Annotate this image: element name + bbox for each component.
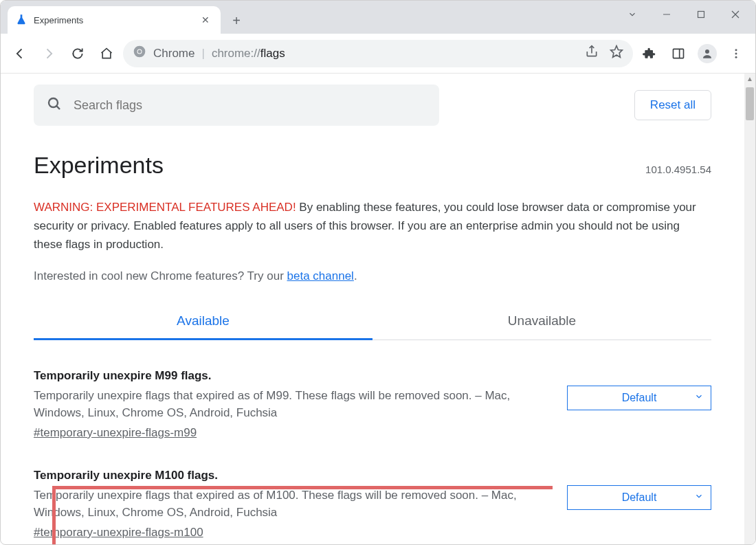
- reload-button[interactable]: [65, 41, 90, 66]
- flag-anchor-link[interactable]: #temporary-unexpire-flags-m99: [34, 426, 197, 439]
- browser-tab[interactable]: Experiments ✕: [8, 6, 221, 34]
- svg-point-6: [138, 50, 142, 54]
- menu-button[interactable]: [724, 41, 748, 66]
- omnibox-label: Chrome: [153, 47, 194, 60]
- home-button[interactable]: [94, 41, 119, 66]
- share-icon[interactable]: [585, 45, 599, 62]
- page-title: Experiments: [34, 152, 164, 179]
- flag-description: Temporarily unexpire flags that expired …: [34, 487, 556, 522]
- flag-dropdown-value: Default: [622, 392, 657, 404]
- svg-point-11: [705, 49, 709, 54]
- annotation-line-horizontal: [52, 486, 553, 489]
- side-panel-icon[interactable]: [666, 41, 691, 66]
- beta-channel-link[interactable]: beta channel: [287, 269, 354, 282]
- profile-button[interactable]: [695, 41, 720, 66]
- maximize-button[interactable]: [685, 4, 717, 25]
- minimize-button[interactable]: [651, 4, 682, 25]
- back-button[interactable]: [8, 41, 32, 66]
- search-box[interactable]: [34, 85, 439, 126]
- svg-marker-8: [611, 46, 623, 58]
- tab-available[interactable]: Available: [34, 304, 373, 340]
- scroll-thumb[interactable]: [746, 87, 754, 120]
- flag-anchor-link[interactable]: #temporary-unexpire-flags-m100: [34, 526, 203, 539]
- flask-icon: [16, 14, 27, 27]
- svg-rect-1: [698, 12, 704, 18]
- flag-dropdown[interactable]: Default: [567, 485, 711, 510]
- beta-prompt-text: Interested in cool new Chrome features? …: [34, 269, 287, 282]
- svg-line-16: [56, 106, 60, 109]
- omnibox[interactable]: Chrome | chrome://flags: [123, 40, 633, 67]
- svg-point-14: [735, 56, 737, 58]
- omnibox-separator: |: [201, 47, 204, 60]
- scroll-up-icon[interactable]: ▲: [744, 75, 755, 82]
- flag-title: Temporarily unexpire M100 flags.: [34, 469, 556, 482]
- svg-point-12: [735, 49, 737, 51]
- svg-rect-9: [674, 49, 684, 58]
- version-label: 101.0.4951.54: [645, 164, 711, 175]
- search-icon: [46, 96, 63, 115]
- chevron-down-icon: [694, 491, 704, 504]
- omnibox-url: chrome://flags: [212, 47, 285, 60]
- close-window-button[interactable]: [720, 4, 751, 25]
- toolbar: Chrome | chrome://flags: [1, 34, 755, 74]
- omnibox-url-prefix: chrome://: [212, 47, 260, 60]
- avatar-icon: [698, 44, 717, 63]
- omnibox-url-path: flags: [260, 47, 285, 60]
- tab-title: Experiments: [34, 15, 192, 25]
- beta-prompt: Interested in cool new Chrome features? …: [34, 269, 711, 283]
- flag-dropdown-value: Default: [622, 491, 657, 504]
- beta-prompt-suffix: .: [354, 269, 357, 282]
- flag-title: Temporarily unexpire M99 flags.: [34, 369, 556, 383]
- reset-all-button[interactable]: Reset all: [634, 90, 711, 120]
- scrollbar[interactable]: ▲: [744, 74, 755, 544]
- flag-dropdown[interactable]: Default: [567, 386, 711, 410]
- header-row: Experiments 101.0.4951.54: [34, 152, 711, 179]
- flag-description: Temporarily unexpire flags that expired …: [34, 387, 556, 422]
- search-input[interactable]: [72, 98, 427, 113]
- new-tab-button[interactable]: +: [225, 9, 248, 32]
- window-controls: [616, 1, 751, 28]
- extensions-icon[interactable]: [637, 41, 662, 66]
- chrome-logo-icon: [133, 45, 146, 62]
- page-tabs: Available Unavailable: [34, 304, 711, 340]
- chevron-down-icon[interactable]: [616, 4, 648, 25]
- tab-unavailable[interactable]: Unavailable: [373, 304, 711, 340]
- titlebar: Experiments ✕ +: [1, 1, 755, 34]
- flag-item: Temporarily unexpire M100 flags. Tempora…: [34, 469, 711, 540]
- close-tab-icon[interactable]: ✕: [199, 13, 212, 27]
- forward-button[interactable]: [36, 41, 61, 66]
- chevron-down-icon: [694, 392, 704, 404]
- svg-point-13: [735, 52, 737, 54]
- svg-point-15: [49, 98, 58, 107]
- page-content: Reset all Experiments 101.0.4951.54 WARN…: [1, 74, 744, 544]
- flag-item: Temporarily unexpire M99 flags. Temporar…: [34, 369, 711, 440]
- warning-prefix: WARNING: EXPERIMENTAL FEATURES AHEAD!: [34, 201, 296, 214]
- content-area: Reset all Experiments 101.0.4951.54 WARN…: [1, 74, 755, 544]
- annotation-line-vertical: [52, 486, 56, 544]
- search-row: Reset all: [34, 79, 711, 126]
- star-icon[interactable]: [610, 45, 623, 62]
- warning-text: WARNING: EXPERIMENTAL FEATURES AHEAD! By…: [34, 198, 711, 254]
- browser-window: Experiments ✕ + Chrome | chrome://flags: [0, 0, 756, 545]
